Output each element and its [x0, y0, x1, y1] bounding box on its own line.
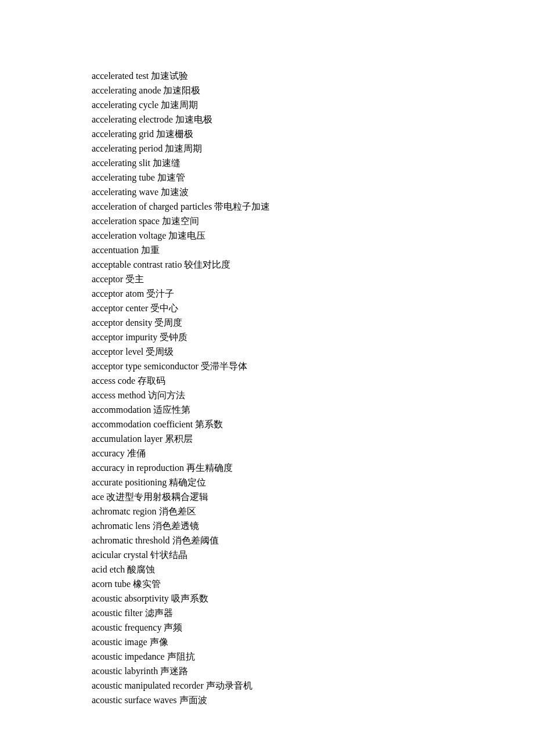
term-chinese: 加速试验 [151, 71, 188, 81]
term-chinese: 加速电压 [168, 231, 205, 240]
term-chinese: 针状结晶 [150, 550, 187, 560]
term-chinese: 再生精确度 [186, 463, 233, 473]
term-english: accelerated test [92, 71, 149, 81]
term-english: accommodation [92, 405, 151, 415]
glossary-entry: acceleration space 加速空间 [92, 214, 534, 228]
glossary-entry: accelerating slit 加速缝 [92, 156, 534, 170]
term-chinese: 受汁子 [146, 289, 174, 298]
term-chinese: 受滞半导体 [201, 361, 247, 371]
term-english: accommodation coefficient [92, 419, 193, 429]
glossary-entry: accommodation 适应性第 [92, 402, 534, 417]
term-chinese: 声像 [150, 637, 168, 647]
glossary-entry: accelerated test 加速试验 [92, 69, 534, 83]
term-english: acoustic surface waves [92, 695, 177, 705]
glossary-entry: achromatic threshold 消色差阈值 [92, 533, 534, 548]
glossary-entry: acceptor impurity 受钟质 [92, 330, 534, 344]
term-chinese: 声频 [164, 622, 182, 632]
term-english: acceleration of charged particles [92, 201, 212, 211]
term-chinese: 加速周期 [161, 100, 198, 110]
term-english: accelerating anode [92, 85, 161, 95]
term-chinese: 受主 [125, 274, 144, 284]
glossary-entry: acceleration voltage 加速电压 [92, 228, 534, 243]
term-english: ace [92, 492, 104, 502]
term-english: acoustic manipulated recorder [92, 681, 204, 690]
glossary-entry: acoustic filter 滤声器 [92, 606, 534, 620]
term-chinese: 加速阳极 [163, 85, 200, 95]
term-chinese: 带电粒子加速 [214, 201, 270, 211]
term-chinese: 准俑 [127, 448, 146, 458]
term-english: acceptor type semiconductor [92, 361, 199, 371]
glossary-entry: acceptor level 受周级 [92, 344, 534, 359]
term-english: access method [92, 390, 146, 400]
term-english: acceleration space [92, 216, 160, 226]
glossary-entry: accuracy 准俑 [92, 446, 534, 460]
term-english: accentuation [92, 245, 139, 255]
glossary-entry: ace 改进型专用射极耦合逻辑 [92, 489, 534, 504]
glossary-entry: acceptor 受主 [92, 272, 534, 286]
glossary-entry: achromatic lens 消色差透镜 [92, 519, 534, 533]
glossary-entry: accelerating grid 加速栅极 [92, 127, 534, 141]
term-english: achromatic lens [92, 521, 150, 531]
glossary-entry: acoustic surface waves 声面波 [92, 693, 534, 707]
glossary-entry: achromatc region 消色差区 [92, 504, 534, 519]
glossary-entry: acoustic absorptivity 吸声系数 [92, 591, 534, 606]
term-english: acceptor [92, 274, 123, 284]
glossary-entry: accumulation layer 累积层 [92, 431, 534, 446]
term-english: acoustic impedance [92, 651, 165, 661]
term-chinese: 加速栅极 [156, 129, 193, 139]
glossary-entry: accelerating tube 加速管 [92, 170, 534, 185]
glossary-entry: acceptor atom 受汁子 [92, 286, 534, 301]
term-chinese: 存取码 [138, 376, 165, 386]
term-english: accelerating cycle [92, 100, 158, 110]
term-english: acceptor density [92, 318, 152, 327]
term-english: achromatic threshold [92, 535, 170, 545]
term-english: achromatc region [92, 506, 157, 516]
term-chinese: 受中心 [150, 303, 178, 313]
glossary-entry: accurate positioning 精确定位 [92, 475, 534, 489]
term-english: accumulation layer [92, 434, 163, 444]
glossary-entry: acid etch 酸腐蚀 [92, 562, 534, 577]
term-english: accelerating electrode [92, 114, 173, 124]
term-chinese: 加速电极 [175, 114, 212, 124]
term-english: acceptor center [92, 303, 148, 313]
glossary-entry: acceptor type semiconductor 受滞半导体 [92, 359, 534, 373]
term-chinese: 改进型专用射极耦合逻辑 [106, 492, 208, 502]
term-english: acceleration voltage [92, 231, 166, 240]
term-english: acicular crystal [92, 550, 148, 560]
glossary-entry: acoustic image 声像 [92, 635, 534, 649]
glossary-entry: accelerating anode 加速阳极 [92, 83, 534, 98]
term-chinese: 受周级 [146, 347, 174, 357]
term-chinese: 消色差区 [159, 506, 196, 516]
glossary-list: accelerated test 加速试验accelerating anode … [92, 69, 534, 707]
term-chinese: 声动录音机 [206, 681, 252, 690]
term-english: acceptor atom [92, 289, 144, 298]
term-english: acceptor level [92, 347, 143, 357]
term-chinese: 吸声系数 [171, 593, 208, 603]
term-chinese: 消色差透镜 [153, 521, 199, 531]
term-english: accurate positioning [92, 477, 167, 487]
term-chinese: 累积层 [165, 434, 193, 444]
term-english: acoustic filter [92, 608, 143, 618]
term-chinese: 滤声器 [145, 608, 173, 618]
term-english: accelerating slit [92, 158, 150, 168]
glossary-entry: acorn tube 橡实管 [92, 577, 534, 591]
term-chinese: 受钟质 [160, 332, 187, 342]
term-english: access code [92, 376, 135, 386]
term-english: accuracy in reproduction [92, 463, 184, 473]
glossary-entry: accelerating electrode 加速电极 [92, 112, 534, 127]
term-english: acoustic labyrinth [92, 666, 158, 676]
term-english: accelerating tube [92, 172, 155, 182]
term-english: acceptable contrast ratio [92, 260, 182, 269]
term-english: acoustic frequency [92, 622, 161, 632]
term-chinese: 加重 [141, 245, 160, 255]
glossary-entry: acoustic frequency 声频 [92, 620, 534, 635]
term-chinese: 加速缝 [153, 158, 181, 168]
term-chinese: 加速空间 [162, 216, 199, 226]
glossary-entry: acoustic labyrinth 声迷路 [92, 664, 534, 678]
term-english: accelerating period [92, 143, 163, 153]
term-chinese: 酸腐蚀 [127, 564, 155, 574]
term-chinese: 精确定位 [169, 477, 206, 487]
term-english: accuracy [92, 448, 125, 458]
term-chinese: 加速周期 [165, 143, 202, 153]
glossary-entry: access method 访问方法 [92, 388, 534, 402]
